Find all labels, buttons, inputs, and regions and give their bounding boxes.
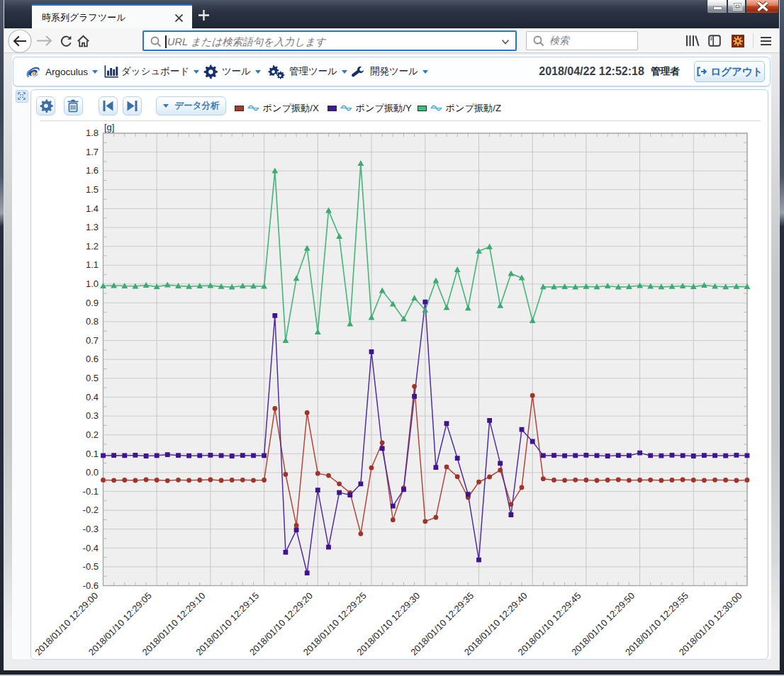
svg-text:0.8: 0.8 — [86, 316, 99, 327]
svg-text:-0.5: -0.5 — [83, 561, 99, 572]
svg-text:0.7: 0.7 — [86, 335, 99, 346]
svg-text:-0.1: -0.1 — [83, 486, 99, 497]
svg-text:[g]: [g] — [104, 122, 114, 133]
svg-text:-0.4: -0.4 — [83, 543, 99, 553]
svg-text:-0.2: -0.2 — [83, 505, 99, 515]
svg-text:0.5: 0.5 — [86, 373, 99, 383]
svg-text:1.8: 1.8 — [86, 128, 99, 138]
svg-text:0.9: 0.9 — [86, 298, 99, 308]
svg-text:1.0: 1.0 — [86, 278, 99, 289]
svg-text:1.7: 1.7 — [86, 147, 99, 157]
svg-text:-0.3: -0.3 — [83, 524, 99, 534]
svg-text:-0.6: -0.6 — [83, 580, 99, 591]
svg-text:1.4: 1.4 — [86, 203, 99, 214]
svg-text:0.2: 0.2 — [86, 429, 99, 440]
svg-text:0.0: 0.0 — [86, 467, 99, 478]
svg-text:0.4: 0.4 — [86, 392, 99, 402]
svg-text:0.3: 0.3 — [86, 410, 99, 421]
svg-text:0.6: 0.6 — [86, 354, 99, 364]
svg-text:1.5: 1.5 — [86, 184, 99, 195]
svg-text:1.6: 1.6 — [86, 165, 99, 176]
svg-text:1.3: 1.3 — [86, 222, 99, 232]
svg-text:1.2: 1.2 — [86, 241, 99, 252]
svg-text:0.1: 0.1 — [86, 449, 99, 459]
svg-text:1.1: 1.1 — [86, 259, 99, 270]
